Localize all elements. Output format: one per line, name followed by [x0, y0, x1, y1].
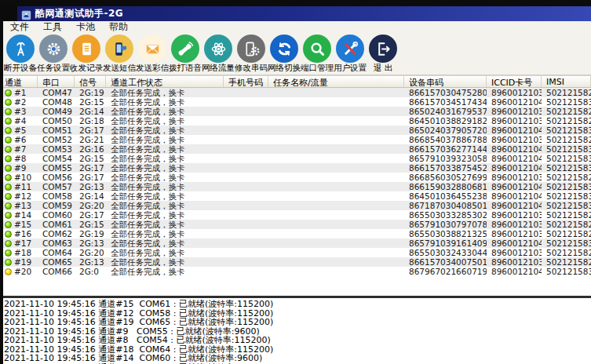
table-row[interactable]: #3COM492G:14全部任务完成，换卡8650240316795378960… [0, 107, 591, 116]
toolbar-button-voice-call[interactable]: 拨打语音 [169, 35, 202, 73]
log-panel: 2021-11-10 19:45:16 通道#15 COM61 : 已就绪(波特… [0, 298, 591, 364]
title-bar[interactable]: 酷网通测试助手-2G [0, 6, 591, 21]
cell-iccid: 89600121038... [487, 257, 542, 267]
column-header-3[interactable]: 通道工作状态 [106, 76, 224, 87]
cell-serial: 867187030408501 [404, 201, 487, 210]
channel-label: #14 [14, 210, 31, 220]
cell-channel: #12 [0, 191, 38, 201]
cell-com: COM58 [38, 191, 75, 201]
table-row[interactable]: #20COM662G:0全部任务完成，换卡8679670216607198960… [0, 267, 591, 276]
cell-signal: 2G:17 [75, 163, 106, 173]
cell-signal: 2G:16 [75, 144, 106, 154]
cell-com: COM62 [38, 229, 75, 238]
toolbar-button-label: 断开设备 [4, 63, 37, 73]
toolbar-button-sms-phone[interactable]: 发送短信 [103, 35, 136, 73]
cell-signal: 2G:15 [75, 97, 106, 107]
cell-status: 全部任务完成，换卡 [106, 135, 224, 144]
cell-serial: 866159032880681 [404, 182, 487, 191]
table-row[interactable]: #19COM652G:13全部任务完成，换卡866157034007501896… [0, 257, 591, 267]
table-row[interactable]: #7COM532G:16全部任务完成，换卡8661570362771448960… [0, 144, 591, 154]
envelope-icon [138, 35, 166, 63]
channel-label: #16 [14, 229, 31, 238]
menu-item-文件[interactable]: 文件 [3, 21, 36, 33]
toolbar-button-label: 任务设置 [37, 63, 70, 73]
table-row[interactable]: #15COM612G:15全部任务完成，换卡865791030797078896… [0, 220, 591, 229]
table-row[interactable]: #18COM642G:20全部任务完成，换卡865503032433044896… [0, 248, 591, 257]
toolbar-button-gear[interactable]: 任务设置 [37, 35, 70, 73]
cell-iccid: 89600121048... [487, 191, 542, 201]
column-header-5[interactable]: 任务名称/流量 [268, 76, 404, 87]
table-row[interactable]: #11COM572G:13全部任务完成，换卡866159032880681896… [0, 182, 591, 191]
cell-imsi: 50212158208... [542, 257, 591, 267]
table-row[interactable]: #16COM622G:19全部任务完成，换卡865503038821325896… [0, 229, 591, 238]
log-line: 2021-11-10 19:45:16 通道#19 COM65 : 已就绪(波特… [4, 318, 591, 327]
cell-com: COM63 [38, 238, 75, 248]
toolbar-button-phone-gear[interactable]: 修改串码 [235, 35, 268, 73]
table-row[interactable]: #14COM602G:17全部任务完成，换卡865503033285302896… [0, 210, 591, 220]
sms-phone-icon [105, 35, 133, 63]
toolbar-button-network-switch[interactable]: 网络切换 [268, 35, 301, 73]
status-led-green [5, 212, 12, 219]
table-row[interactable]: #12COM582G:14全部任务完成，换卡864501036455238896… [0, 191, 591, 201]
cell-imsi: 50212158208... [542, 116, 591, 126]
table-row[interactable]: #2COM482G:15全部任务完成，换卡8661570345174348960… [0, 97, 591, 107]
toolbar-button-user-tools[interactable]: 用户设置 [334, 35, 367, 73]
cell-imsi: 50212158208... [542, 220, 591, 229]
cell-signal: 2G:19 [75, 88, 106, 97]
table-row[interactable]: #13COM592G:20全部任务完成，换卡867187030408501896… [0, 201, 591, 210]
table-row[interactable]: #4COM502G:18全部任务完成，换卡8645010388291828960… [0, 116, 591, 126]
cell-status: 全部任务完成，换卡 [106, 220, 224, 229]
user-tools-icon [336, 35, 364, 63]
table-row[interactable]: #17COM632G:13全部任务完成，换卡865791039161409896… [0, 238, 591, 248]
menu-item-卡池[interactable]: 卡池 [69, 21, 102, 33]
status-led-yellow [5, 268, 12, 275]
cell-channel: #13 [0, 201, 38, 210]
cell-channel: #1 [0, 88, 38, 97]
cell-status: 全部任务完成，换卡 [106, 229, 224, 238]
column-header-0[interactable]: 通道 [0, 76, 38, 87]
menu-item-帮助[interactable]: 帮助 [102, 21, 135, 33]
cell-serial: 865024031679537 [404, 107, 487, 116]
table-row[interactable]: #10COM562G:17全部任务完成，换卡866856030527699896… [0, 173, 591, 182]
channel-label: #2 [14, 97, 26, 107]
channel-label: #11 [14, 182, 31, 191]
status-led-green [5, 108, 12, 115]
cell-status: 全部任务完成，换卡 [106, 154, 224, 163]
cell-imsi: 50212158308... [542, 238, 591, 248]
cell-imsi: 50212158208... [542, 248, 591, 257]
column-header-8[interactable]: IMSI [542, 76, 591, 87]
table-row[interactable]: #6COM522G:21全部任务完成，换卡8668540378867888960… [0, 135, 591, 144]
toolbar-button-document[interactable]: 收发记录 [70, 35, 103, 73]
toolbar-button-exit[interactable]: 退 出 [367, 35, 399, 73]
toolbar-button-label: 端口管理 [301, 63, 334, 73]
cell-iccid: 89600121038... [487, 220, 542, 229]
table-row[interactable]: #1COM472G:19全部任务完成，换卡8661570304752808960… [0, 88, 591, 97]
cell-imsi: 50212158208... [542, 173, 591, 182]
table-row[interactable]: #8COM542G:15全部任务完成，换卡8657910393230588960… [0, 154, 591, 163]
menu-item-工具[interactable]: 工具 [36, 21, 69, 33]
toolbar-button-antenna[interactable]: 断开设备 [4, 35, 37, 73]
cell-com: COM59 [38, 201, 75, 210]
table-row[interactable]: #5COM512G:17全部任务完成，换卡8650240379057208960… [0, 126, 591, 135]
cell-iccid: 89600121048... [487, 97, 542, 107]
column-header-2[interactable]: 信号 [75, 76, 106, 87]
cell-com: COM50 [38, 116, 75, 126]
gear-icon [39, 35, 67, 63]
toolbar-button-port-search[interactable]: 端口管理 [301, 35, 334, 73]
voice-call-icon [171, 35, 199, 63]
cell-com: COM52 [38, 135, 75, 144]
column-header-4[interactable]: 手机号码 [224, 76, 268, 87]
table-body[interactable]: #1COM472G:19全部任务完成，换卡8661570304752808960… [0, 88, 591, 296]
channel-label: #4 [14, 116, 26, 126]
channel-table: 通道串口信号通道工作状态手机号码任务名称/流量设备串码ICCID卡号IMSI #… [0, 75, 591, 296]
cell-imsi: 50212158308... [542, 201, 591, 210]
table-row[interactable]: #9COM552G:17全部任务完成，换卡8661570338754528960… [0, 163, 591, 173]
column-header-1[interactable]: 串口 [38, 76, 75, 87]
cell-imsi: 50212158208... [542, 229, 591, 238]
toolbar-button-envelope[interactable]: 发送彩信 [136, 35, 169, 73]
column-header-7[interactable]: ICCID卡号 [487, 76, 542, 87]
toolbar-button-atom-traffic[interactable]: 网络流量 [202, 35, 235, 73]
toolbar-button-label: 用户设置 [334, 63, 367, 73]
column-header-6[interactable]: 设备串码 [404, 76, 487, 87]
toolbar-button-label: 网络切换 [268, 63, 301, 73]
